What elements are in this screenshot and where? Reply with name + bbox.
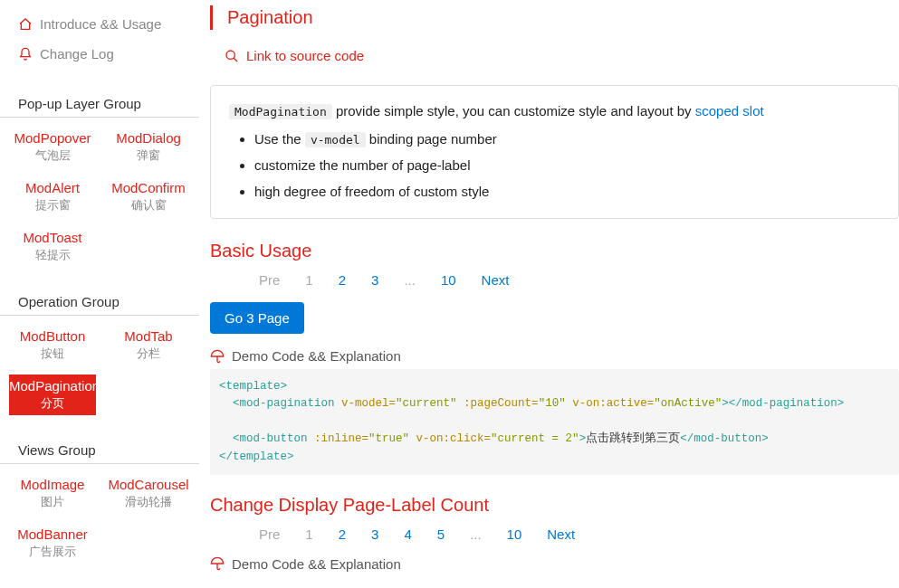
pagination-count: Pre 1 2 3 4 5 ... 10 Next: [210, 525, 899, 544]
sidebar-item-modtab[interactable]: ModTab 分栏: [105, 325, 192, 365]
pagination-pre[interactable]: Pre: [246, 525, 292, 544]
sidebar-item-en: ModBanner: [9, 526, 96, 542]
pagination-ellipsis: ...: [391, 270, 428, 289]
pagination-page[interactable]: 5: [425, 525, 457, 544]
sidebar-item-en: ModButton: [9, 328, 96, 344]
info-bullet: Use the v-model binding page number: [254, 127, 880, 151]
sidebar-item-en: ModImage: [9, 477, 96, 492]
info-code-token: ModPagination: [229, 104, 332, 119]
pagination-page[interactable]: 1: [292, 270, 325, 289]
bell-icon: [18, 47, 33, 62]
sidebar-item-modpagination[interactable]: ModPagination 分页: [9, 375, 96, 415]
sidebar-item-modimage[interactable]: ModImage 图片: [9, 473, 96, 514]
sidebar-item-cn: 分页: [9, 395, 96, 412]
sidebar-group-title: Operation Group: [0, 287, 199, 316]
search-icon: [225, 49, 239, 63]
info-bullet: high degree of freedom of custom style: [254, 179, 880, 204]
sidebar-item-modalert[interactable]: ModAlert 提示窗: [9, 176, 96, 217]
sidebar-link-changelog[interactable]: Change Log: [0, 39, 199, 69]
pagination-page[interactable]: 1: [292, 525, 325, 544]
sidebar-item-en: ModPopover: [9, 130, 96, 146]
scoped-slot-link[interactable]: scoped slot: [695, 103, 764, 119]
sidebar-item-cn: 图片: [9, 494, 96, 510]
svg-point-0: [226, 51, 234, 59]
pagination-ellipsis: ...: [457, 525, 494, 544]
page-title: Pagination: [213, 5, 899, 30]
sidebar-group-title: Views Group: [0, 435, 199, 464]
sidebar-item-modpopover[interactable]: ModPopover 气泡层: [9, 127, 96, 167]
sidebar-item-cn: 提示窗: [9, 197, 96, 213]
info-bullet-list: Use the v-model binding page number cust…: [229, 127, 880, 204]
info-desc-text: provide simple style, you can customize …: [336, 103, 695, 119]
umbrella-icon: [210, 349, 225, 364]
umbrella-icon: [210, 556, 225, 571]
pagination-basic: Pre 1 2 3 ... 10 Next: [210, 270, 899, 289]
sidebar-item-cn: 轻提示: [9, 247, 96, 263]
demo-code-header[interactable]: Demo Code && Explanation: [210, 348, 899, 364]
source-code-link[interactable]: Link to source code: [210, 48, 899, 63]
sidebar-item-moddialog[interactable]: ModDialog 弹窗: [105, 127, 192, 167]
demo-code-label: Demo Code && Explanation: [232, 348, 401, 364]
source-code-link-label: Link to source code: [246, 48, 364, 63]
info-box: ModPagination provide simple style, you …: [210, 85, 899, 219]
demo-code-label: Demo Code && Explanation: [232, 556, 401, 572]
home-icon: [18, 17, 33, 32]
sidebar-link-introduce[interactable]: Introduce && Usage: [0, 9, 199, 39]
pagination-page[interactable]: 2: [326, 525, 359, 544]
sidebar-item-en: ModDialog: [105, 130, 192, 146]
sidebar-item-en: ModPagination: [9, 378, 96, 394]
pagination-page[interactable]: 2: [326, 270, 359, 289]
sidebar-item-cn: 分栏: [105, 346, 192, 362]
sidebar-item-en: ModTab: [105, 328, 192, 344]
sidebar-item-en: ModCarousel: [105, 477, 192, 492]
sidebar-item-cn: 滑动轮播: [105, 494, 192, 510]
sidebar-item-cn: 按钮: [9, 346, 96, 362]
pagination-page[interactable]: 10: [494, 525, 535, 544]
demo-code-header[interactable]: Demo Code && Explanation: [210, 556, 899, 572]
pagination-page[interactable]: 3: [359, 525, 391, 544]
sidebar-item-en: ModToast: [9, 230, 96, 245]
sidebar-item-cn: 气泡层: [9, 147, 96, 164]
section-title-basic: Basic Usage: [210, 241, 899, 261]
sidebar-link-label: Change Log: [40, 46, 114, 62]
sidebar-link-label: Introduce && Usage: [40, 16, 161, 32]
sidebar-item-modtoast[interactable]: ModToast 轻提示: [9, 226, 96, 267]
sidebar-item-modbanner[interactable]: ModBanner 广告展示: [9, 523, 96, 564]
pagination-next[interactable]: Next: [469, 270, 522, 289]
sidebar-item-modcarousel[interactable]: ModCarousel 滑动轮播: [105, 473, 192, 514]
sidebar-group-title: Pop-up Layer Group: [0, 89, 199, 118]
pagination-pre[interactable]: Pre: [246, 270, 292, 289]
info-bullet: customize the number of page-label: [254, 153, 880, 177]
pagination-page[interactable]: 4: [391, 525, 424, 544]
pagination-page[interactable]: 3: [359, 270, 391, 289]
code-block-basic: <template> <mod-pagination v-model="curr…: [210, 369, 899, 475]
info-code-token: v-model: [305, 132, 366, 147]
section-title-count: Change Display Page-Label Count: [210, 495, 899, 516]
sidebar-item-modbutton[interactable]: ModButton 按钮: [9, 325, 96, 365]
info-desc-line: ModPagination provide simple style, you …: [229, 99, 880, 123]
sidebar-item-en: ModConfirm: [105, 180, 192, 195]
pagination-page[interactable]: 10: [428, 270, 469, 289]
sidebar-item-cn: 弹窗: [105, 147, 192, 164]
sidebar-item-en: ModAlert: [9, 180, 96, 195]
sidebar-item-modconfirm[interactable]: ModConfirm 确认窗: [105, 176, 192, 217]
sidebar-item-cn: 确认窗: [105, 197, 192, 213]
sidebar-item-cn: 广告展示: [9, 544, 96, 560]
svg-line-1: [234, 58, 237, 62]
go-page-button[interactable]: Go 3 Page: [210, 302, 304, 334]
pagination-next[interactable]: Next: [534, 525, 588, 544]
